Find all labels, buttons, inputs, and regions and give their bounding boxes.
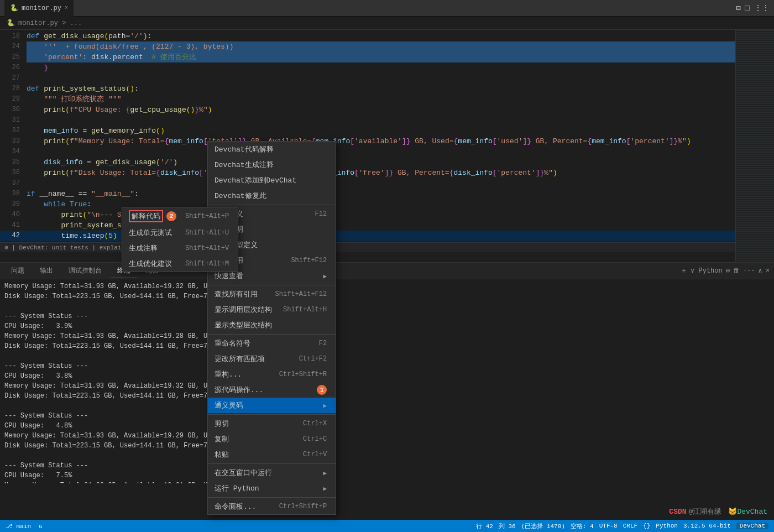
terminal-line-14: --- System Status --- [4,411,770,421]
tab-close-icon[interactable]: × [65,5,68,11]
status-python-ver: 3.12.5 64-bit [683,523,731,529]
csdn-username: @江湖有缘 [689,507,722,517]
panel-tabs: 问题 输出 调试控制台 终端 端口 ＋ ∨ Python ⊟ 🗑 ··· ∧ × [0,263,774,279]
menu-copy[interactable]: 复制 Ctrl+C [208,431,336,447]
menu-find-all-ref[interactable]: 查找所有引用 Shift+Alt+F12 [208,286,336,302]
terminal-line-18 [4,451,770,461]
menu-sep-6 [208,497,336,498]
menu-sep-2 [208,285,336,285]
menu-paste[interactable]: 粘贴 Ctrl+V [208,447,336,462]
csdn-watermark: CSDN @江湖有缘 🐱DevChat [669,507,767,517]
add-terminal-icon[interactable]: ＋ [681,266,687,275]
menu-devchat-comment[interactable]: Devchat生成注释 [208,157,336,173]
terminal-line-1: Memory Usage: Total=31.93 GB, Available=… [4,281,770,291]
breadcrumb-icon: 🐍 [7,19,15,27]
status-line-ending[interactable]: CRLF [623,523,637,529]
editor-line-25: 25 'percent': disk.percent # 使用百分比 [0,52,774,62]
status-branch: ⎇ main [6,523,31,530]
status-devcat[interactable]: DevChat [736,523,768,529]
menu-tongyi[interactable]: 通义灵码 ▶ [208,398,336,413]
terminal-content[interactable]: Memory Usage: Total=31.93 GB, Available=… [0,279,774,483]
title-bar-actions: ⊟ □ ⋮⋮ [736,3,770,13]
status-line-col[interactable]: 行 42 [476,522,493,530]
panel-actions: ＋ ∨ Python ⊟ 🗑 ··· ∧ × [681,266,770,275]
terminal-line-21: Memory Usage: Total=31.93 GB, Available=… [4,481,770,483]
menu-command-palette[interactable]: 命令面板... Ctrl+Shift+P [208,499,336,514]
submenu-gen-optimize[interactable]: 生成优化建议 Shift+Alt+M [122,256,238,272]
badge-explain: 2 [166,211,176,221]
terminal-line-19: --- System Status --- [4,461,770,471]
minimap [735,30,774,262]
more-icon[interactable]: ··· [743,267,755,275]
status-bar: ⎇ main ↻ 行 42 列 36 (已选择 1478) 空格: 4 UTF-… [0,520,774,532]
tongyi-submenu: 解释代码 2 Shift+Alt+P 生成单元测试 Shift+Alt+U 生成… [122,207,238,272]
editor-line-27: 27 [0,73,774,84]
panel-close[interactable]: × [766,267,770,275]
menu-rename[interactable]: 重命名符号 F2 [208,336,336,351]
terminal-line-16: Memory Usage: Total=31.93 GB, Available=… [4,431,770,441]
submenu-gen-comment[interactable]: 生成注释 Shift+Alt+V [122,241,238,256]
submenu-explain-code[interactable]: 解释代码 2 Shift+Alt+P [122,207,238,225]
editor-tab[interactable]: 🐍 monitor.py × [4,0,74,17]
tab-filename: monitor.py [22,4,61,12]
maximize-icon[interactable]: □ [745,4,750,13]
status-encoding[interactable]: UTF-8 [599,523,618,529]
terminal-line-7: Disk Usage: Total=223.15 GB, Used=144.11… [4,341,770,351]
status-indent[interactable]: 空格: 4 [571,522,594,530]
menu-devchat-fix[interactable]: Devchat修复此 [208,188,336,204]
code-editor: 18 def get_disk_usage(path='/'): 24 ''' … [0,30,774,241]
terminal-line-12: Disk Usage: Total=223.15 GB, Used=144.11… [4,391,770,401]
split-icon[interactable]: ⊟ [736,3,740,13]
menu-source-action[interactable]: 源代码操作... 1 [208,382,336,398]
terminal-line-4: --- System Status --- [4,311,770,321]
editor-line-41: 41 print_system_status() [0,220,774,231]
terminal-dropdown[interactable]: ∨ Python [691,267,723,275]
menu-run-python[interactable]: 运行 Python ▶ [208,481,336,496]
title-bar: 🐍 monitor.py × ⊟ □ ⋮⋮ [0,0,774,17]
editor-line-26: 26 } [0,62,774,73]
status-selection: (已选择 1478) [521,522,565,530]
tab-output[interactable]: 输出 [33,264,60,278]
editor-line-34: 34 [0,147,774,157]
menu-sep-5 [208,463,336,464]
panel-chevron-up[interactable]: ∧ [759,267,762,275]
menu-show-type[interactable]: 显示类型层次结构 [208,317,336,333]
terminal-line-6: Memory Usage: Total=31.93 GB, Available=… [4,331,770,341]
breadcrumb-bar: 🐍 monitor.py > ... [0,17,774,30]
menu-devchat-add[interactable]: Devchat添加到DevChat [208,173,336,188]
menu-sep-4 [208,414,336,415]
tab-problems[interactable]: 问题 [4,264,31,278]
split-terminal-icon[interactable]: ⊟ [726,267,730,275]
status-lang[interactable]: Python [656,523,678,529]
status-col: 列 36 [499,522,516,530]
menu-cut[interactable]: 剪切 Ctrl+X [208,416,336,431]
menu-devchat-explain[interactable]: Devchat代码解释 [208,142,336,157]
editor-line-40: 40 print("\n--- System Status ---") [0,210,774,220]
panel-area: 问题 输出 调试控制台 终端 端口 ＋ ∨ Python ⊟ 🗑 ··· ∧ ×… [0,262,774,483]
terminal-line-13 [4,401,770,411]
submenu-gen-unit-test[interactable]: 生成单元测试 Shift+Alt+U [122,225,238,241]
editor-line-31: 31 [0,115,774,126]
trash-icon[interactable]: 🗑 [733,267,740,275]
terminal-line-5: CPU Usage: 3.9% [4,321,770,331]
terminal-line-15: CPU Usage: 4.8% [4,421,770,431]
editor-line-24: 24 ''' + found(disk/free , (2127 - 3), b… [0,41,774,52]
layout-icon[interactable]: ⋮⋮ [754,3,770,13]
csdn-logo: CSDN [669,508,686,516]
status-braces: {} [643,523,650,529]
breadcrumb-text[interactable]: monitor.py > ... [18,19,82,27]
menu-change-match[interactable]: 更改所有匹配项 Ctrl+F2 [208,351,336,367]
devcat-icon: 🐱DevChat [728,507,767,516]
terminal-line-3 [4,301,770,311]
tab-debug[interactable]: 调试控制台 [62,264,108,278]
menu-show-call[interactable]: 显示调用层次结构 Shift+Alt+H [208,302,336,317]
menu-refactor[interactable]: 重构... Ctrl+Shift+R [208,367,336,382]
editor-line-37: 37 [0,178,774,189]
terminal-line-11: Memory Usage: Total=31.93 GB, Available=… [4,381,770,391]
context-menu: Devchat代码解释 Devchat生成注释 Devchat添加到DevCha… [207,141,336,515]
editor-line-35: 35 disk_info = get_disk_usage('/') [0,157,774,168]
editor-line-33: 33 print(f"Memory Usage: Total={mem_info… [0,136,774,147]
menu-run-interactive[interactable]: 在交互窗口中运行 ▶ [208,465,336,481]
editor-area[interactable]: 18 def get_disk_usage(path='/'): 24 ''' … [0,30,774,262]
editor-line-38: 38 if __name__ == "__main__": [0,189,774,199]
